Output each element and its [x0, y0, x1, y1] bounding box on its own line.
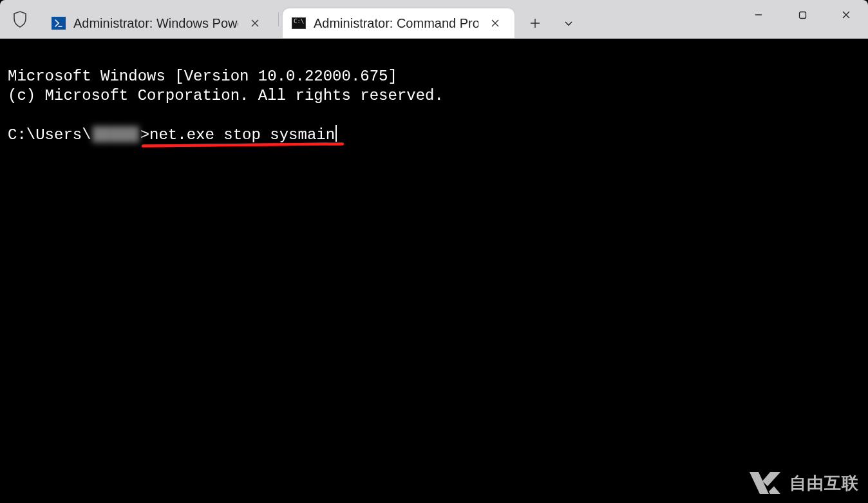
powershell-icon: [52, 17, 66, 30]
typed-command: net.exe stop sysmain: [149, 126, 335, 144]
close-button[interactable]: [824, 0, 868, 30]
prompt-suffix: >: [140, 126, 149, 144]
watermark-text: 自由互联: [789, 472, 859, 495]
window-controls: [737, 0, 868, 39]
maximize-button[interactable]: [780, 0, 824, 30]
cmd-icon: C:\: [292, 17, 306, 30]
tab-separator: [278, 12, 279, 26]
new-tab-button[interactable]: [517, 8, 553, 38]
svg-marker-2: [762, 472, 780, 486]
tab-close-button[interactable]: [486, 14, 504, 32]
text-cursor: [335, 125, 337, 142]
watermark: 自由互联: [748, 470, 859, 497]
tab-close-button[interactable]: [246, 14, 264, 32]
terminal-prompt-line: C:\Users\█████>net.exe stop sysmain: [8, 125, 337, 145]
terminal-banner-line: (c) Microsoft Corporation. All rights re…: [8, 87, 444, 104]
titlebar: Administrator: Windows Powe C:\ Administ…: [0, 0, 868, 39]
minimize-button[interactable]: [737, 0, 780, 30]
prompt-prefix: C:\Users\: [8, 126, 91, 144]
titlebar-right: [517, 0, 868, 39]
terminal-banner-line: Microsoft Windows [Version 10.0.22000.67…: [8, 68, 397, 85]
shield-icon: [12, 10, 28, 29]
watermark-logo-icon: [748, 470, 783, 497]
tab-title: Administrator: Command Pro: [314, 16, 478, 31]
titlebar-left: Administrator: Windows Powe C:\ Administ…: [0, 0, 514, 39]
tab-powershell[interactable]: Administrator: Windows Powe: [42, 8, 274, 38]
svg-rect-0: [799, 12, 806, 18]
tab-command-prompt[interactable]: C:\ Administrator: Command Pro: [283, 8, 514, 38]
svg-marker-3: [769, 486, 780, 494]
tab-title: Administrator: Windows Powe: [73, 16, 238, 31]
prompt-username-redacted: █████: [91, 126, 140, 145]
terminal-viewport[interactable]: Microsoft Windows [Version 10.0.22000.67…: [0, 39, 868, 503]
tab-dropdown-button[interactable]: [553, 8, 584, 38]
